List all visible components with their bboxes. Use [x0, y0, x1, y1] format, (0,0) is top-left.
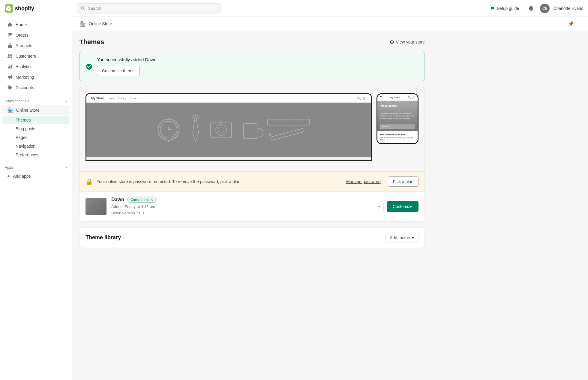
- mobile-screen: ☰ My Store 🔍 🛒 Image banner Use overlay …: [377, 94, 418, 143]
- mobile-hero-btn: Shop all: [380, 125, 415, 128]
- theme-meta: Added: Friday at 4:46 pm Dawn version 7.…: [111, 204, 368, 216]
- header-more-icon[interactable]: ···: [576, 21, 581, 27]
- eye-icon: [389, 40, 394, 44]
- mockup-nav-contact: Contact: [129, 97, 138, 100]
- view-store-label: View your store: [396, 40, 425, 44]
- mobile-cart-icon: 🛒: [412, 96, 415, 99]
- mobile-brand-sub: Share information about your brand with.…: [380, 137, 415, 141]
- sidebar-item-online-store-label: Online Store: [16, 108, 40, 113]
- sidebar-item-products-label: Products: [16, 43, 32, 48]
- flag-icon: [490, 6, 495, 11]
- theme-name: Dawn: [111, 197, 124, 202]
- current-theme-badge: Current theme: [127, 197, 157, 203]
- shopify-logo-text: shopify: [15, 5, 34, 12]
- apps-label: Apps: [5, 165, 13, 170]
- sidebar-item-blog-posts-label: Blog posts: [16, 126, 35, 131]
- bell-icon: [528, 5, 534, 11]
- sidebar-item-themes-label: Themes: [16, 118, 31, 122]
- sidebar-item-orders-label: Orders: [16, 33, 28, 38]
- theme-actions: ··· Customize: [373, 201, 418, 212]
- sidebar-item-analytics[interactable]: Analytics: [2, 62, 69, 72]
- mockup-desktop-nav: My Store Home Catalog Contact 🔍 🛒: [86, 94, 371, 103]
- sidebar-item-preferences[interactable]: Preferences: [2, 151, 69, 159]
- mobile-hero: Image banner Use overlay text to give yo…: [377, 101, 418, 131]
- mockup-desktop-links: Home Catalog Contact: [109, 97, 138, 100]
- page-header-bar-title: Online Store: [89, 21, 112, 26]
- themes-page: Themes View your store You successfully …: [72, 31, 432, 255]
- pin-icon[interactable]: 📌: [568, 21, 574, 27]
- password-banner: 🔒 Your online store is password protecte…: [80, 171, 424, 192]
- apps-chevron[interactable]: ›: [66, 165, 67, 170]
- theme-thumbnail-img: [86, 198, 106, 215]
- notifications-button[interactable]: [526, 3, 536, 14]
- search-placeholder: Search: [88, 6, 101, 11]
- setup-guide-label: Setup guide: [497, 6, 519, 11]
- mobile-brand-title: Talk about your brand: [380, 133, 415, 136]
- desktop-mockup: My Store Home Catalog Contact 🔍 🛒: [86, 93, 372, 161]
- search-icon: [81, 6, 86, 11]
- sales-channels-chevron[interactable]: ›: [66, 99, 67, 103]
- lock-icon: 🔒: [86, 178, 93, 185]
- sidebar: shopify Home Orders Products Customers A…: [0, 0, 72, 380]
- theme-thumbnail: [86, 198, 106, 215]
- sidebar-item-home[interactable]: Home: [2, 20, 69, 30]
- add-theme-label: Add theme: [390, 235, 410, 240]
- sidebar-item-blog-posts[interactable]: Blog posts: [2, 125, 69, 133]
- sidebar-item-analytics-label: Analytics: [16, 64, 32, 69]
- mockup-cart-icon: 🛒: [362, 97, 366, 100]
- topbar: Search Setup guide CE Charlotte Evans: [72, 0, 588, 17]
- mobile-hamburger-icon: ☰: [380, 96, 382, 99]
- theme-library-card: Theme library Add theme ▾: [79, 228, 425, 248]
- mockup-nav-home: Home: [109, 97, 115, 100]
- sidebar-item-online-store[interactable]: 🏪 Online Store: [2, 105, 69, 115]
- mockup-hero-svg: [86, 103, 371, 157]
- sidebar-item-themes[interactable]: Themes: [2, 116, 69, 124]
- mobile-hero-desc: Use overlay text to give your customers …: [380, 112, 415, 120]
- themes-title: Themes: [79, 38, 104, 46]
- theme-preview: My Store Home Catalog Contact 🔍 🛒: [80, 87, 424, 171]
- sidebar-item-add-apps-label: Add apps: [13, 174, 31, 179]
- theme-card: My Store Home Catalog Contact 🔍 🛒: [79, 87, 425, 222]
- sidebar-item-discounts[interactable]: Discounts: [2, 83, 69, 93]
- success-banner: You successfully added Dawn Customize th…: [79, 52, 425, 81]
- sidebar-item-marketing[interactable]: Marketing: [2, 72, 69, 82]
- success-message: You successfully added Dawn: [97, 57, 157, 62]
- sidebar-item-pages[interactable]: Pages: [2, 133, 69, 142]
- online-store-page-icon: 🏪: [79, 20, 86, 27]
- theme-name-row: Dawn Current theme: [111, 197, 368, 203]
- theme-version: Dawn version 7.0.1: [111, 210, 368, 216]
- page-content: 🏪 Online Store 📌 ··· Themes View your st…: [72, 17, 588, 380]
- sidebar-item-navigation[interactable]: Navigation: [2, 142, 69, 150]
- theme-library-header: Theme library Add theme ▾: [80, 228, 424, 248]
- sidebar-item-orders[interactable]: Orders: [2, 30, 69, 40]
- svg-rect-1: [139, 103, 319, 157]
- avatar[interactable]: CE: [540, 4, 550, 13]
- sidebar-item-customers[interactable]: Customers: [2, 51, 69, 61]
- user-name[interactable]: Charlotte Evans: [553, 6, 583, 11]
- mobile-search-icon: 🔍: [408, 96, 411, 99]
- pick-plan-button[interactable]: Pick a plan: [388, 176, 418, 187]
- theme-more-button[interactable]: ···: [373, 201, 384, 212]
- mobile-mockup: ☰ My Store 🔍 🛒 Image banner Use overlay …: [376, 93, 418, 144]
- topbar-right: Setup guide CE Charlotte Evans: [487, 3, 583, 14]
- mobile-nav-icons: 🔍 🛒: [408, 96, 415, 99]
- customize-theme-button[interactable]: Customize theme: [97, 66, 140, 76]
- success-icon: [86, 63, 93, 70]
- page-header-bar: 🏪 Online Store 📌 ···: [72, 17, 588, 31]
- sidebar-item-add-apps[interactable]: + Add apps: [2, 171, 69, 181]
- manage-password-link[interactable]: Manage password: [346, 179, 380, 184]
- theme-customize-button[interactable]: Customize: [387, 201, 418, 212]
- sales-channels-section: Sales channels ›: [0, 95, 72, 104]
- mockup-search-icon: 🔍: [357, 97, 361, 100]
- shopify-logo[interactable]: shopify: [5, 4, 34, 13]
- sidebar-item-home-label: Home: [16, 22, 27, 27]
- add-theme-button[interactable]: Add theme ▾: [385, 233, 418, 243]
- search-bar[interactable]: Search: [77, 3, 221, 14]
- password-text: Your online store is password protected.…: [97, 179, 343, 184]
- view-store-link[interactable]: View your store: [389, 40, 425, 44]
- sidebar-item-products[interactable]: Products: [2, 41, 69, 51]
- add-apps-icon: +: [7, 173, 10, 179]
- mobile-nav-logo: My Store: [390, 96, 400, 99]
- apps-section: Apps ›: [0, 162, 72, 171]
- setup-guide-button[interactable]: Setup guide: [487, 4, 522, 13]
